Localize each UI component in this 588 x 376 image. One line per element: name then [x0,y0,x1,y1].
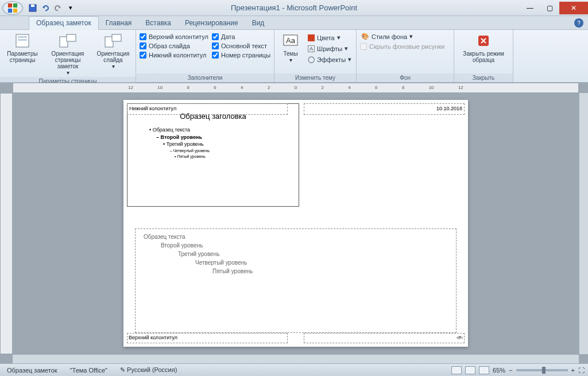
spellcheck-icon: ✎ [120,366,125,373]
group-placeholders-label: Заполнители [136,73,274,82]
chk-hide-bg[interactable]: Скрыть фоновые рисунки [360,43,444,50]
status-language[interactable]: ✎ Русский (Россия) [117,365,180,375]
chk-page-number[interactable]: Номер страницы [212,52,270,59]
status-mode[interactable]: Образец заметок [3,366,61,375]
placeholder-slide-image[interactable]: Образец заголовка • Образец текста – Вто… [127,103,299,207]
save-icon [29,4,37,12]
zoom-level[interactable]: 65% [493,367,505,374]
group-close: Закрыть режим образца Закрыть [454,30,513,82]
save-button[interactable] [28,3,38,13]
status-theme[interactable]: "Тема Office" [67,366,111,375]
minimize-button[interactable]: ― [520,2,540,14]
page-setup-button[interactable]: Параметры страницы [3,31,41,64]
statusbar: Образец заметок "Тема Office" ✎ Русский … [0,363,588,376]
group-background: 🎨Стили фона ▾ Скрыть фоновые рисунки Фон [357,30,454,82]
canvas[interactable]: Нижний колонтитул 10.10.2018 Образец заг… [13,93,579,354]
chk-header[interactable]: Верхний колонтитул [140,33,208,40]
horizontal-scrollbar[interactable] [13,354,579,363]
tab-view[interactable]: Вид [245,17,272,29]
svg-rect-5 [31,5,34,7]
placeholder-page-number[interactable]: ‹#› [304,333,465,343]
close-master-button[interactable]: Закрыть режим образца [458,31,509,64]
chk-body[interactable]: Основной текст [212,42,270,49]
ribbon-tabs: Образец заметок Главная Вставка Рецензир… [0,16,588,30]
chk-date[interactable]: Дата [212,33,270,40]
editor-area: 12108642024681012 Нижний колонтитул 10.1… [0,83,588,363]
svg-rect-1 [13,3,17,7]
themes-button[interactable]: Aa Темы ▾ [278,31,303,64]
group-page-setup: Параметры страницы Ориентация страницы з… [0,30,136,82]
group-edit-theme: Aa Темы ▾ Цвета ▾ AШрифты ▾ ◯Эффекты ▾ И… [274,30,357,82]
maximize-button[interactable]: ▢ [540,2,559,14]
group-bg-label: Фон [357,73,454,82]
tab-insert[interactable]: Вставка [138,17,178,29]
themes-label: Темы [283,51,297,57]
view-slideshow-button[interactable] [479,366,489,374]
qat-customize[interactable]: ▾ [65,3,76,13]
tab-home[interactable]: Главная [99,17,139,29]
background-styles-button[interactable]: 🎨Стили фона ▾ [360,32,444,41]
office-logo-icon [7,3,18,13]
page-setup-icon [13,32,32,49]
help-button[interactable]: ? [574,18,583,28]
group-close-label: Закрыть [454,73,513,82]
colors-button[interactable]: Цвета ▾ [307,33,353,42]
chk-footer[interactable]: Нижний колонтитул [140,52,208,59]
quick-access-toolbar: ▾ [28,3,76,13]
svg-rect-0 [8,3,12,7]
ribbon: Параметры страницы Ориентация страницы з… [0,30,588,83]
svg-rect-7 [18,36,27,38]
ruler-ticks: 12108642024681012 [13,83,578,90]
svg-rect-10 [67,34,76,41]
effects-icon: ◯ [308,56,315,63]
titlebar: ▾ Презентация1 - Microsoft PowerPoint ― … [0,0,588,16]
chk-slide-image[interactable]: Образ слайда [140,42,208,49]
fonts-icon: A [308,45,315,52]
svg-rect-2 [8,8,12,12]
fit-window-button[interactable]: ⛶ [578,367,585,374]
slide-orientation-label: Ориентация слайда [96,51,130,63]
view-normal-button[interactable] [451,366,462,374]
office-button[interactable] [2,1,23,15]
redo-button[interactable] [53,3,63,13]
placeholder-body[interactable]: Образец текста Второй уровень Третий уро… [135,228,457,333]
slide-orientation-button[interactable]: Ориентация слайда ▾ [94,31,132,71]
placeholder-footer[interactable]: Верхний колонтитул [127,333,288,343]
vertical-scrollbar[interactable] [579,93,588,354]
window-title: Презентация1 - Microsoft PowerPoint [231,3,357,12]
notes-page[interactable]: Нижний колонтитул 10.10.2018 Образец заг… [123,100,468,347]
colors-icon [308,34,315,41]
effects-button[interactable]: ◯Эффекты ▾ [307,55,353,64]
bg-styles-icon: 🎨 [361,33,369,40]
zoom-in-button[interactable]: + [571,367,575,374]
close-master-label: Закрыть режим образца [460,51,507,63]
placeholder-header[interactable]: Нижний колонтитул [127,103,288,115]
view-sorter-button[interactable] [465,366,475,374]
undo-icon [41,4,49,12]
page-setup-label: Параметры страницы [6,51,39,63]
slide-body: • Образец текста – Второй уровень • Трет… [132,126,294,159]
window-controls: ― ▢ ✕ [520,2,588,14]
svg-rect-8 [18,39,27,41]
tab-notes-master[interactable]: Образец заметок [29,16,99,30]
notes-orientation-label: Ориентация страницы заметок [47,51,88,69]
undo-button[interactable] [40,3,51,13]
svg-rect-12 [112,34,121,41]
orientation-icon [59,32,77,49]
close-button[interactable]: ✕ [559,2,588,14]
fonts-button[interactable]: AШрифты ▾ [307,44,353,53]
notes-orientation-button[interactable]: Ориентация страницы заметок ▾ [45,31,91,77]
themes-icon: Aa [281,32,300,49]
horizontal-ruler[interactable]: 12108642024681012 [13,83,579,93]
vertical-ruler[interactable] [0,93,13,354]
redo-icon [54,4,62,12]
svg-text:Aa: Aa [286,36,296,45]
zoom-out-button[interactable]: − [509,367,512,374]
slide-orient-icon [104,32,122,49]
svg-rect-3 [13,8,17,12]
placeholder-date[interactable]: 10.10.2018 [304,103,465,115]
close-master-icon [474,32,493,49]
tab-review[interactable]: Рецензирование [178,17,245,29]
zoom-slider[interactable] [516,369,568,371]
group-placeholders: Верхний колонтитул Образ слайда Нижний к… [136,30,274,82]
